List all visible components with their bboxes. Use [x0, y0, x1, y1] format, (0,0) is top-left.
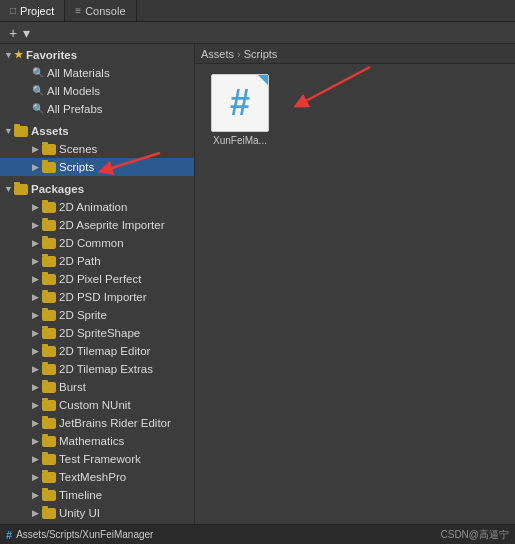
- pkg-tmp-arrow: [32, 469, 42, 485]
- pkg-tilemap-extras[interactable]: 2D Tilemap Extras: [0, 360, 194, 378]
- watermark: CSDN@高逼宁: [441, 528, 510, 542]
- pkg-psd-label: 2D PSD Importer: [59, 289, 147, 305]
- scripts-label: Scripts: [59, 159, 94, 175]
- tab-console-label: Console: [85, 5, 125, 17]
- file-area: # XunFeiMa...: [195, 64, 515, 524]
- pkg-nunit-icon: [42, 400, 56, 411]
- assets-header[interactable]: Assets: [0, 122, 194, 140]
- pkg-test-arrow: [32, 451, 42, 467]
- pkg-custom-nunit[interactable]: Custom NUnit: [0, 396, 194, 414]
- search-icon-prefabs: 🔍: [32, 103, 44, 115]
- pkg-burst-icon: [42, 382, 56, 393]
- file-icon-container: #: [211, 74, 269, 132]
- pkg-textmeshpro[interactable]: TextMeshPro: [0, 468, 194, 486]
- search-icon-models: 🔍: [32, 85, 44, 97]
- packages-header[interactable]: Packages: [0, 180, 194, 198]
- all-materials-item[interactable]: 🔍 All Materials: [0, 64, 194, 82]
- pkg-tilemap-editor[interactable]: 2D Tilemap Editor: [0, 342, 194, 360]
- packages-folder-icon: [14, 184, 28, 195]
- star-icon: ★: [14, 47, 23, 63]
- pkg-aseprite-arrow: [32, 217, 42, 233]
- pkg-burst[interactable]: Burst: [0, 378, 194, 396]
- pkg-tilemap-editor-label: 2D Tilemap Editor: [59, 343, 150, 359]
- console-tab-icon: ≡: [75, 5, 81, 16]
- pkg-psd[interactable]: 2D PSD Importer: [0, 288, 194, 306]
- main-container: □ Project ≡ Console + ▾ ★ Favorites 🔍: [0, 0, 515, 544]
- pkg-psd-icon: [42, 292, 56, 303]
- pkg-nunit-label: Custom NUnit: [59, 397, 131, 413]
- pkg-unity-ui[interactable]: Unity UI: [0, 504, 194, 522]
- tab-project[interactable]: □ Project: [0, 0, 65, 21]
- pkg-common-icon: [42, 238, 56, 249]
- pkg-rider-label: JetBrains Rider Editor: [59, 415, 171, 431]
- pkg-spriteshape-arrow: [32, 325, 42, 341]
- packages-arrow: [4, 181, 14, 197]
- scenes-item[interactable]: Scenes: [0, 140, 194, 158]
- file-name-label: XunFeiMa...: [213, 135, 267, 146]
- pkg-test-framework[interactable]: Test Framework: [0, 450, 194, 468]
- pkg-timeline-arrow: [32, 487, 42, 503]
- pkg-aseprite[interactable]: 2D Aseprite Importer: [0, 216, 194, 234]
- pkg-ui-icon: [42, 508, 56, 519]
- pkg-2d-animation[interactable]: 2D Animation: [0, 198, 194, 216]
- pkg-pixel-arrow: [32, 271, 42, 287]
- pkg-aseprite-icon: [42, 220, 56, 231]
- pkg-pixel-label: 2D Pixel Perfect: [59, 271, 141, 287]
- scripts-item[interactable]: Scripts: [0, 158, 194, 176]
- scripts-folder-icon: [42, 162, 56, 173]
- pkg-pixel-icon: [42, 274, 56, 285]
- favorites-header[interactable]: ★ Favorites: [0, 46, 194, 64]
- tab-console[interactable]: ≡ Console: [65, 0, 136, 21]
- pkg-tmp-icon: [42, 472, 56, 483]
- pkg-common[interactable]: 2D Common: [0, 234, 194, 252]
- pkg-common-arrow: [32, 235, 42, 251]
- all-prefabs-item[interactable]: 🔍 All Prefabs: [0, 100, 194, 118]
- pkg-sprite[interactable]: 2D Sprite: [0, 306, 194, 324]
- pkg-path[interactable]: 2D Path: [0, 252, 194, 270]
- pkg-anim-icon: [42, 202, 56, 213]
- pkg-rider[interactable]: JetBrains Rider Editor: [0, 414, 194, 432]
- pkg-sprite-icon: [42, 310, 56, 321]
- pkg-tmp-label: TextMeshPro: [59, 469, 126, 485]
- all-models-item[interactable]: 🔍 All Models: [0, 82, 194, 100]
- file-corner: [258, 75, 268, 85]
- assets-folder-icon: [14, 126, 28, 137]
- pkg-sprite-arrow: [32, 307, 42, 323]
- search-icon-materials: 🔍: [32, 67, 44, 79]
- all-models-label: All Models: [47, 83, 100, 99]
- file-xunfei[interactable]: # XunFeiMa...: [205, 74, 275, 146]
- scenes-label: Scenes: [59, 141, 97, 157]
- pkg-spriteshape-icon: [42, 328, 56, 339]
- tab-project-label: Project: [20, 5, 54, 17]
- pkg-pixel-perfect[interactable]: 2D Pixel Perfect: [0, 270, 194, 288]
- pkg-burst-label: Burst: [59, 379, 86, 395]
- pkg-test-label: Test Framework: [59, 451, 141, 467]
- scenes-folder-icon: [42, 144, 56, 155]
- right-panel: Assets › Scripts # XunFeiMa...: [195, 44, 515, 524]
- add-button[interactable]: +: [6, 26, 20, 40]
- assets-section: Assets Scenes Scripts: [0, 120, 194, 178]
- pkg-math-icon: [42, 436, 56, 447]
- pkg-mathematics[interactable]: Mathematics: [0, 432, 194, 450]
- pkg-rider-icon: [42, 418, 56, 429]
- toolbar: + ▾: [0, 22, 515, 44]
- left-panel: ★ Favorites 🔍 All Materials 🔍 All Models…: [0, 44, 195, 524]
- pkg-tilemap-extras-label: 2D Tilemap Extras: [59, 361, 153, 377]
- favorites-arrow: [4, 47, 14, 63]
- pkg-anim-label: 2D Animation: [59, 199, 127, 215]
- pkg-timeline[interactable]: Timeline: [0, 486, 194, 504]
- menu-button[interactable]: ▾: [20, 26, 33, 40]
- pkg-rider-arrow: [32, 415, 42, 431]
- favorites-section: ★ Favorites 🔍 All Materials 🔍 All Models…: [0, 44, 194, 120]
- pkg-spriteshape[interactable]: 2D SpriteShape: [0, 324, 194, 342]
- breadcrumb: Assets › Scripts: [195, 44, 515, 64]
- breadcrumb-scripts: Scripts: [244, 48, 278, 60]
- status-path: Assets/Scripts/XunFeiManager: [16, 529, 153, 540]
- pkg-path-label: 2D Path: [59, 253, 101, 269]
- breadcrumb-separator: ›: [237, 48, 241, 60]
- csharp-hash-symbol: #: [230, 85, 250, 121]
- pkg-math-arrow: [32, 433, 42, 449]
- pkg-math-label: Mathematics: [59, 433, 124, 449]
- pkg-burst-arrow: [32, 379, 42, 395]
- all-materials-label: All Materials: [47, 65, 110, 81]
